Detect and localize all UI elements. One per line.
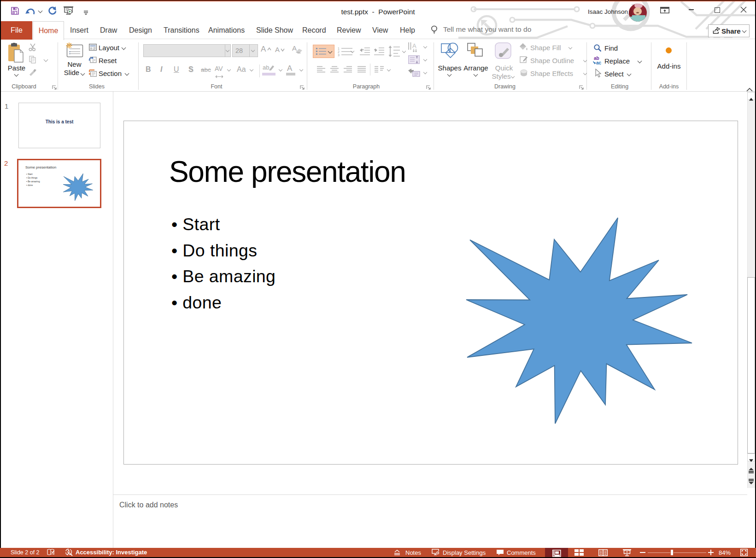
- svg-text:1: 1: [338, 47, 340, 50]
- svg-text:A: A: [412, 42, 416, 49]
- svg-text:ac: ac: [596, 60, 602, 65]
- svg-text:3: 3: [338, 53, 340, 57]
- svg-text:2: 2: [338, 50, 340, 53]
